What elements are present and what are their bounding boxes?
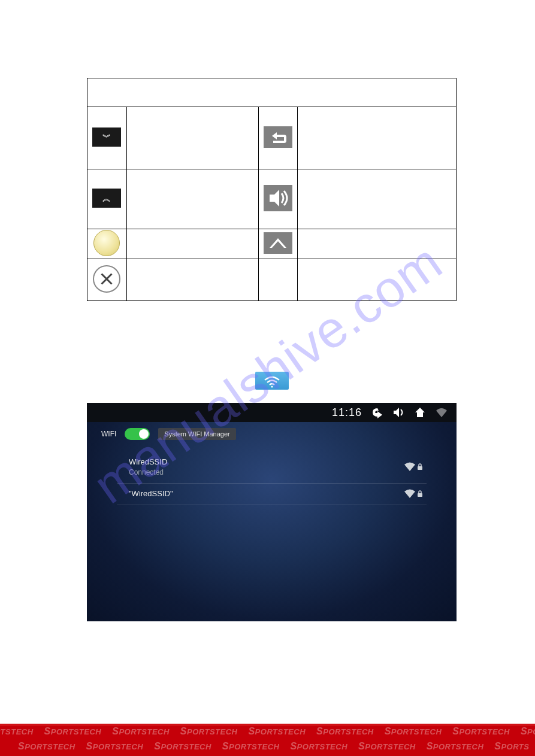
icon-cell (87, 259, 127, 301)
svg-point-0 (271, 385, 273, 387)
footer-brand: SPORTSTECH (521, 726, 535, 737)
inline-tile-row (87, 372, 457, 392)
close-circle-icon (93, 265, 120, 293)
yellow-ball-icon (93, 230, 120, 256)
footer-brand: SPORTSTECH (44, 726, 102, 737)
chevrons-up-icon: ︽ (92, 189, 121, 208)
page: ︾ ︽ (0, 0, 535, 756)
volume-icon[interactable] (392, 406, 405, 419)
desc-cell (298, 229, 457, 259)
device-screenshot: 11:16 WIFI System WIFI Manager (87, 403, 457, 621)
network-signal-secured-icon (404, 462, 423, 472)
clock: 11:16 (332, 406, 362, 419)
network-text: WiredSSID Connected (129, 457, 167, 477)
wifi-tile-icon (255, 372, 289, 390)
desc-cell (298, 107, 457, 169)
footer-brand: SPORTSTECH (248, 726, 306, 737)
icon-table: ︾ ︽ (87, 78, 457, 301)
network-list: WiredSSID Connected "WiredSSID" (117, 452, 427, 505)
icon-cell (258, 229, 298, 259)
chevrons-down-icon: ︾ (92, 127, 121, 147)
footer: SPORTSTECH SPORTSTECH SPORTSTECH SPORTST… (0, 724, 535, 756)
icon-cell (258, 259, 298, 301)
footer-brand: SPORTSTECH (86, 741, 144, 752)
table-header-row (87, 78, 457, 107)
table-row (87, 259, 457, 301)
svg-rect-1 (418, 466, 422, 470)
footer-brand-row: SPORTSTECH SPORTSTECH SPORTSTECH SPORTST… (18, 741, 535, 752)
network-text: "WiredSSID" (129, 488, 173, 499)
footer-brand: SPORTSTECH (358, 741, 416, 752)
home-icon[interactable] (413, 406, 427, 419)
desc-cell (298, 169, 457, 229)
footer-brand: SPORTSTECH (385, 726, 442, 737)
spacer (87, 324, 457, 372)
footer-brand: SPORTSTECH (452, 726, 510, 737)
speaker-icon (264, 185, 292, 211)
table-row (87, 229, 457, 259)
footer-brand-row: SPORTSTECH SPORTSTECH SPORTSTECH SPORTST… (0, 726, 535, 737)
house-outline-icon (264, 232, 292, 254)
network-item[interactable]: "WiredSSID" (117, 484, 427, 506)
icon-cell: ︾ (87, 107, 127, 169)
network-signal-secured-icon (404, 489, 423, 499)
desc-cell (126, 107, 258, 169)
back-icon[interactable] (370, 406, 383, 419)
footer-brand: SPORTSTECH (290, 741, 347, 752)
status-bar: 11:16 (87, 403, 457, 422)
desc-cell (126, 169, 258, 229)
wifi-toggle[interactable] (125, 428, 150, 440)
wifi-label: WIFI (101, 430, 116, 438)
footer-brand: SPORTSTECH (222, 741, 280, 752)
footer-brand: SPORTSTECH (180, 726, 238, 737)
icon-cell (87, 229, 127, 259)
return-arrow-icon (264, 126, 292, 148)
icon-cell (258, 107, 298, 169)
table-row: ︾ (87, 107, 457, 169)
desc-cell (126, 259, 258, 301)
network-ssid: "WiredSSID" (129, 488, 173, 499)
table-header-cell (87, 78, 457, 107)
desc-cell (298, 259, 457, 301)
icon-cell (258, 169, 298, 229)
footer-brand: SPORTSTECH (18, 741, 75, 752)
footer-brand: SPORTSTECH (0, 726, 34, 737)
icon-cell: ︽ (87, 169, 127, 229)
footer-brand: SPORTSTECH (316, 726, 374, 737)
network-ssid: WiredSSID (129, 457, 167, 467)
footer-brand: SPORTSTECH (112, 726, 170, 737)
content-area: ︾ ︽ (0, 0, 535, 621)
svg-rect-2 (418, 493, 422, 497)
footer-brand: SPORTSTECH (154, 741, 211, 752)
network-item[interactable]: WiredSSID Connected (117, 452, 427, 484)
wifi-status-icon (435, 406, 448, 419)
wifi-toolbar: WIFI System WIFI Manager (101, 428, 236, 440)
desc-cell (126, 229, 258, 259)
footer-brand: SPORTSTECH (427, 741, 484, 752)
table-row: ︽ (87, 169, 457, 229)
footer-brand: SPORTS (494, 741, 529, 752)
wifi-manager-button[interactable]: System WIFI Manager (158, 428, 235, 440)
network-status: Connected (129, 467, 167, 477)
